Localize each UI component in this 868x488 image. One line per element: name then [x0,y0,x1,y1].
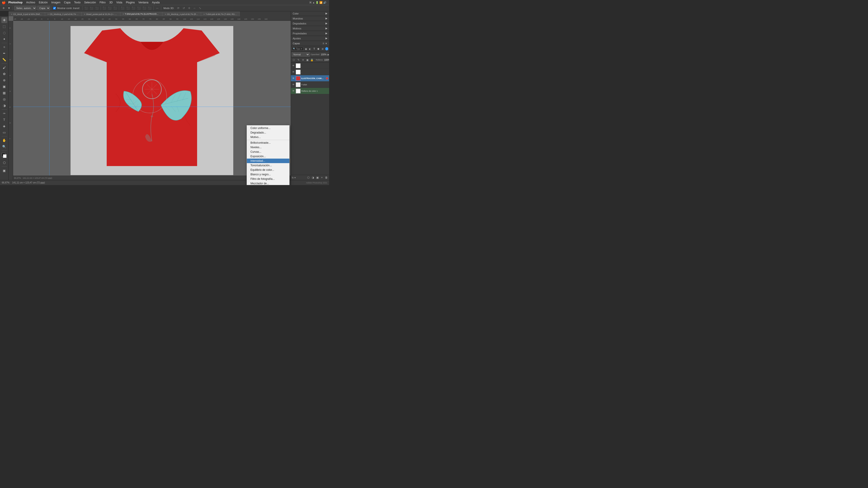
layer-5-visibility[interactable]: 👁 [292,90,295,93]
menu-filtro[interactable]: Filtro [98,0,107,4]
distribute-right-icon[interactable]: ⬛ [131,6,136,10]
show-transform-checkbox[interactable] [53,7,56,9]
layer-4-visibility[interactable]: 👁 [292,83,295,86]
distribute-left-icon[interactable]: ⬛ [121,6,125,10]
pen-tool[interactable]: ✑ [1,110,7,116]
filter-type-icon[interactable]: T [312,47,316,51]
ctx-menu-filtro-foto[interactable]: Filtro de fotografía... [247,177,289,181]
filter-shape-icon[interactable]: ⬟ [316,47,320,51]
distribute-center-v-icon[interactable]: ⬛ [142,6,147,10]
panel-color-header[interactable]: Color ▶ [291,11,329,16]
slide-3d-icon[interactable]: ↔ [192,6,197,10]
panel-degradados-header[interactable]: Degradados ▶ [291,21,329,26]
menu-ventana[interactable]: Ventana [137,0,150,4]
roll-3d-icon[interactable]: ↺ [182,6,186,10]
align-bottom-icon[interactable]: ⬛ [113,6,118,10]
ruler-tool[interactable]: 📏 [1,57,7,63]
pan-3d-icon[interactable]: ✛ [187,6,191,10]
menu-imagen[interactable]: Imagen [50,0,62,4]
color-swatches[interactable] [1,153,7,158]
tab-1[interactable]: × CD_Mock_8.psd al 90% (Relleno de color… [8,12,45,16]
blend-mode-select[interactable]: Normal Multiplicar Pantalla Superponer [292,53,310,57]
filter-toggle[interactable] [325,47,328,51]
rotate-3d-icon[interactable]: ⟳ [176,6,181,10]
tab-4-active[interactable]: × T-Shirt.psd al 66,7% (ILUSTRACIÓN_CAMI… [120,12,162,16]
add-group-icon[interactable]: ▣ [315,176,319,180]
ctx-menu-degradado[interactable]: Degradado... [247,130,289,135]
search-tipo-label[interactable]: Tipo [296,48,300,50]
layers-collapse-icon[interactable]: ▼ [325,42,327,45]
menu-texto[interactable]: Texto [72,0,82,4]
shape-tool[interactable]: ▭ [1,129,7,135]
ctx-menu-color-uniforme[interactable]: Color uniforme... [247,126,289,130]
menu-capa[interactable]: Capa [62,0,72,4]
menu-edicion[interactable]: Edición [37,0,49,4]
menu-vista[interactable]: Vista [115,0,124,4]
distribute-bottom-icon[interactable]: ⬛ [148,6,152,10]
ctx-menu-blanco-negro[interactable]: Blanco y negro... [247,172,289,177]
align-right-icon[interactable]: ⬛ [95,6,99,10]
add-mask-icon[interactable]: ⬡ [307,176,310,180]
lock-all-icon[interactable]: 🔒 [310,58,314,62]
eyedropper-tool[interactable]: ✒ [1,51,7,56]
layer-item-2[interactable]: 👁 . [291,69,329,75]
opacity-value[interactable]: 100% [321,53,327,56]
panel-ajustes-header[interactable]: Ajustes ▶ [291,36,329,41]
brush-tool[interactable]: 🖌 [1,65,7,70]
background-color[interactable] [3,154,6,158]
ctx-menu-niveles[interactable]: Niveles... [247,145,289,150]
blur-tool[interactable]: ◎ [1,96,7,102]
layer-3-visibility[interactable]: 👁 [292,77,295,80]
filter-pixel-icon[interactable]: ▣ [304,47,308,51]
arrow-icon[interactable]: ▼ [7,6,11,10]
align-center-h-icon[interactable]: ⬛ [89,6,94,10]
path-selection-tool[interactable]: ◈ [1,123,7,129]
filter-smart-icon[interactable]: ⊞ [321,47,324,51]
tab-2[interactable]: × CD_MockUp_C.psd al 66,7% (CD, RGB/... [45,12,81,16]
move-tool[interactable]: ✛ [1,17,7,23]
layer-1-visibility[interactable]: 👁 [292,64,295,67]
tab-3[interactable]: × Glued_poster.psd al 33,3% (<-- Place y… [82,12,120,16]
ctx-menu-tono[interactable]: Tono/saturación... [247,163,289,168]
clone-stamp-tool[interactable]: ✿ [1,71,7,77]
lock-pixels-icon[interactable]: ✎ [296,58,301,62]
tab-6[interactable]: × T-shirt.psb al 66,7% (T-shirt, RGB/8*.… [201,12,240,16]
menu-ayuda[interactable]: Ayuda [150,0,161,4]
tab-5[interactable]: × CD_MockUp_A.psd al 66,7% (Relleno de c… [162,12,201,16]
opacity-chevron[interactable]: ▶ [328,53,329,56]
lock-position-icon[interactable]: ✛ [301,58,305,62]
ctx-menu-mezclador[interactable]: Mezclador de... [247,181,289,185]
zoom-tool[interactable]: 🔍 [1,144,7,150]
type-tool[interactable]: T [1,117,7,123]
app-name-menu[interactable]: Photoshop [7,0,24,4]
magic-wand-tool[interactable]: ✦ [1,36,7,42]
align-left-icon[interactable]: ⬛ [84,6,88,10]
fill-value[interactable]: 100% [324,59,329,61]
menu-3d[interactable]: 3D [107,0,114,4]
distribute-top-icon[interactable]: ⬛ [137,6,141,10]
menu-archivo[interactable]: Archivo [25,0,37,4]
layer-item-3-active[interactable]: 👁 ILUSTRACIÓN_CAMISETA [291,75,329,82]
search-chevron-icon[interactable]: ▼ [301,48,303,50]
select-mode-dropdown[interactable]: Selec. autom. [14,6,36,10]
distribute-center-h-icon[interactable]: ⬛ [126,6,130,10]
add-layer-icon[interactable]: + [320,176,324,180]
add-adjustment-icon[interactable]: ◑ [311,176,315,180]
hand-tool[interactable]: ✋ [1,137,7,143]
lock-artboard-icon[interactable]: ▣ [305,58,309,62]
screen-mode-btn[interactable]: ▣ [1,168,7,173]
move-tool-icon[interactable]: ✛ [1,6,6,10]
panel-propiedades-header[interactable]: Propiedades ▶ [291,31,329,36]
panel-motivos-header[interactable]: Motivos ▶ [291,26,329,31]
menu-seleccion[interactable]: Selección [83,0,97,4]
more-options-icon[interactable]: ··· [155,6,160,10]
crop-tool[interactable]: ⌗ [1,44,7,50]
layer-2-visibility[interactable]: 👁 [292,70,295,74]
layer-item-1[interactable]: 👁 . [291,63,329,69]
ctx-menu-motivo[interactable]: Motivo... [247,135,289,139]
ctx-menu-equilibrio[interactable]: Equilibrio de color... [247,168,289,172]
ctx-menu-curvas[interactable]: Curvas... [247,150,289,154]
dodge-tool[interactable]: ◑ [1,103,7,108]
apple-logo-icon[interactable]: 🍎 [2,1,5,4]
align-top-icon[interactable]: ⬛ [102,6,107,10]
